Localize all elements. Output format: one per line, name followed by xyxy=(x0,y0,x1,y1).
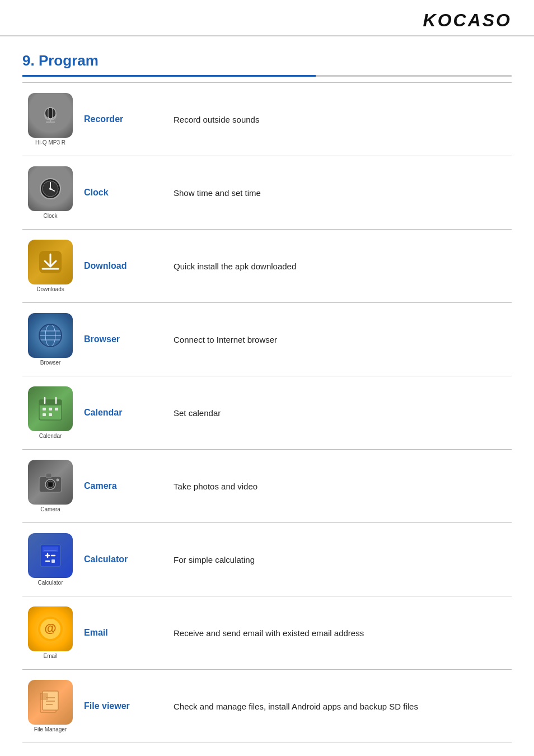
section-title-area: 9. Program xyxy=(0,36,534,75)
camera-icon-label: Camera xyxy=(28,506,73,512)
browser-icon-label: Browser xyxy=(28,360,73,366)
table-row: Downloads Download Quick install the apk… xyxy=(22,230,512,303)
svg-rect-22 xyxy=(49,408,52,410)
section-divider xyxy=(22,75,512,77)
icon-cell-calendar: Calendar xyxy=(22,376,78,450)
calendar-icon xyxy=(28,386,73,431)
icon-cell-recorder: Hi-Q MP3 R xyxy=(22,83,78,156)
svg-rect-21 xyxy=(43,408,46,410)
header: KOCASO xyxy=(0,0,534,36)
svg-rect-18 xyxy=(39,400,62,405)
brand-logo: KOCASO xyxy=(423,10,512,30)
clock-description: Show time and set time xyxy=(168,156,512,230)
calculator-name: Calculator xyxy=(78,523,168,596)
fileviewer-icon-label: File Manager xyxy=(28,726,73,732)
fileviewer-icon xyxy=(28,680,73,725)
svg-point-8 xyxy=(49,188,51,190)
icon-cell-browser: Browser xyxy=(22,303,78,376)
clock-icon-label: Clock xyxy=(28,213,73,219)
camera-icon xyxy=(28,460,73,505)
icon-cell-fileviewer: File Manager xyxy=(22,670,78,743)
icon-cell-camera: Camera xyxy=(22,450,78,523)
svg-rect-25 xyxy=(49,413,52,416)
table-row: Hi-Q MP3 R Recorder Record outside sound… xyxy=(22,83,512,156)
calendar-icon-label: Calendar xyxy=(28,433,73,439)
svg-rect-24 xyxy=(43,413,46,416)
camera-name: Camera xyxy=(78,450,168,523)
program-table: Hi-Q MP3 R Recorder Record outside sound… xyxy=(22,82,512,743)
svg-rect-30 xyxy=(46,473,51,478)
table-row: Calendar Calendar Set calendar xyxy=(22,376,512,450)
recorder-icon xyxy=(28,93,73,138)
section-heading: 9. Program xyxy=(22,52,512,69)
email-icon-label: Email xyxy=(28,653,73,659)
download-icon-label: Downloads xyxy=(28,286,73,292)
download-name: Download xyxy=(78,230,168,303)
recorder-name: Recorder xyxy=(78,83,168,156)
svg-rect-38 xyxy=(51,559,55,563)
svg-point-29 xyxy=(49,483,52,486)
email-icon: @ xyxy=(28,606,73,651)
calculator-icon-label: Calculator xyxy=(28,580,73,586)
svg-rect-33 xyxy=(43,547,58,552)
table-row: Browser Browser Connect to Internet brow… xyxy=(22,303,512,376)
program-list: Hi-Q MP3 R Recorder Record outside sound… xyxy=(0,82,534,743)
fileviewer-name: File viewer xyxy=(78,670,168,743)
download-description: Quick install the apk downloaded xyxy=(168,230,512,303)
clock-icon xyxy=(28,166,73,211)
icon-cell-clock: Clock xyxy=(22,156,78,230)
clock-name: Clock xyxy=(78,156,168,230)
svg-rect-23 xyxy=(55,408,58,410)
table-row: Calculator Calculator For simple calcula… xyxy=(22,523,512,596)
email-name: Email xyxy=(78,596,168,670)
calculator-icon xyxy=(28,533,73,578)
calculator-description: For simple calculating xyxy=(168,523,512,596)
svg-rect-48 xyxy=(40,693,48,700)
browser-name: Browser xyxy=(78,303,168,376)
recorder-icon-label: Hi-Q MP3 R xyxy=(28,139,73,146)
table-row: @ Email Email Receive and send email wit… xyxy=(22,596,512,670)
calendar-description: Set calendar xyxy=(168,376,512,450)
icon-cell-calculator: Calculator xyxy=(22,523,78,596)
table-row: File Manager File viewer Check and manag… xyxy=(22,670,512,743)
download-icon xyxy=(28,240,73,284)
icon-cell-email: @ Email xyxy=(22,596,78,670)
camera-description: Take photos and video xyxy=(168,450,512,523)
recorder-description: Record outside sounds xyxy=(168,83,512,156)
svg-rect-1 xyxy=(48,108,53,119)
email-description: Receive and send email with existed emai… xyxy=(168,596,512,670)
fileviewer-description: Check and manage files, install Android … xyxy=(168,670,512,743)
table-row: Clock Clock Show time and set time xyxy=(22,156,512,230)
svg-text:@: @ xyxy=(44,621,56,635)
browser-description: Connect to Internet browser xyxy=(168,303,512,376)
browser-icon xyxy=(28,313,73,358)
svg-point-31 xyxy=(57,479,59,482)
table-row: Camera Camera Take photos and video xyxy=(22,450,512,523)
icon-cell-download: Downloads xyxy=(22,230,78,303)
calendar-name: Calendar xyxy=(78,376,168,450)
